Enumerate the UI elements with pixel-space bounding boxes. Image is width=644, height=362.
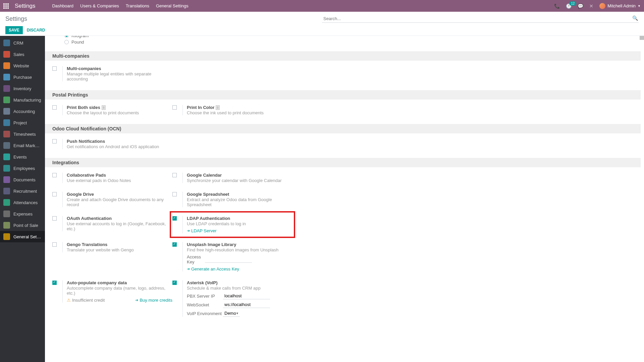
search-input[interactable] [322,15,639,23]
sidebar-item-events[interactable]: Events [0,151,45,163]
asterisk-desc: Schedule & make calls from CRM app [187,286,292,291]
sidebar-item-website[interactable]: Website [0,60,45,71]
save-button[interactable]: SAVE [5,26,23,34]
sidebar-item-label: Accounting [13,109,35,114]
setting-autopopulate: Auto-populate company data Autocomplete … [52,278,172,305]
sidebar-item-documents[interactable]: Documents [0,174,45,185]
menu-dashboard[interactable]: Dashboard [49,3,77,8]
menu-users-companies[interactable]: Users & Companies [77,3,122,8]
gsheet-label: Google Spreadsheet [187,192,292,197]
radio-kilogram-label: Kilogram [71,36,89,38]
settings-sidebar: CRMSalesWebsitePurchaseInventoryManufact… [0,36,45,362]
gdrive-label: Google Drive [67,192,172,197]
clock-icon[interactable]: 🕐12 [566,3,572,9]
sidebar-item-expenses[interactable]: Expenses [0,208,45,220]
sidebar-item-email-marketing[interactable]: Email Marketing [0,140,45,151]
sidebar-item-label: Attendances [13,200,38,205]
ldap-label: LDAP Authentication [187,216,292,221]
sidebar-item-sales[interactable]: Sales [0,49,45,60]
print-both-checkbox[interactable] [52,105,57,110]
sidebar-item-purchase[interactable]: Purchase [0,71,45,83]
sidebar-item-project[interactable]: Project [0,117,45,128]
sidebar-icon [3,199,10,206]
autopop-checkbox[interactable] [52,281,57,285]
setting-google-spreadsheet: Google Spreadsheet Extract and analyze O… [172,189,292,210]
ldap-highlight: LDAP Authentication Use LDAP credentials… [170,211,295,238]
settings-content[interactable]: Kilogram Pound Multi-companies Multi-com… [45,36,644,362]
menu-general-settings[interactable]: General Settings [153,3,192,8]
search-icon[interactable]: 🔍 [632,15,638,21]
radio-kilogram[interactable] [64,36,69,38]
print-both-label: Print Both sides [67,105,100,110]
env-select[interactable] [223,310,240,317]
sidebar-item-accounting[interactable]: Accounting [0,106,45,117]
print-color-label: Print In Color [187,105,214,110]
sidebar-item-label: Manufacturing [13,98,41,103]
sidebar-item-attendances[interactable]: Attendances [0,197,45,208]
unsplash-checkbox[interactable] [172,242,177,247]
sidebar-item-timesheets[interactable]: Timesheets [0,128,45,140]
sidebar-item-crm[interactable]: CRM [0,37,45,49]
buy-credits-link[interactable]: ➔Buy more credits [135,298,172,303]
sidebar-item-label: Website [13,63,29,68]
arrow-right-icon: ➔ [135,298,138,302]
sidebar-item-label: Point of Sale [13,223,38,228]
sidebar-item-point-of-sale[interactable]: Point of Sale [0,220,45,231]
sidebar-item-label: Events [13,155,27,160]
gsheet-checkbox[interactable] [172,192,177,196]
setting-print-color: Print In Color Choose the ink used to pr… [172,102,292,118]
sidebar-item-label: Inventory [13,86,31,91]
sidebar-item-manufacturing[interactable]: Manufacturing [0,94,45,106]
discard-button[interactable]: DISCARD [27,28,45,33]
sidebar-icon [3,165,10,172]
push-checkbox[interactable] [52,139,57,143]
oauth-checkbox[interactable] [52,216,57,221]
pbx-input[interactable] [223,293,270,299]
sidebar-item-label: CRM [13,41,23,46]
ws-input[interactable] [223,301,270,308]
radio-pound[interactable] [64,40,69,44]
arrow-right-icon: ➔ [187,267,190,271]
unsplash-access-input[interactable] [205,256,252,263]
unsplash-generate-link[interactable]: ➔Generate an Access Key [187,266,292,272]
pbx-label: PBX Server IP [187,294,223,299]
print-both-desc: Choose the layout to print documents [67,110,172,115]
close-icon[interactable]: ✕ [589,3,593,9]
sidebar-item-employees[interactable]: Employees [0,163,45,174]
pads-checkbox[interactable] [52,173,57,177]
print-color-checkbox[interactable] [172,105,177,110]
user-menu[interactable]: Mitchell Admin ▼ [599,3,641,9]
gcal-checkbox[interactable] [172,173,177,177]
setting-gengo: Gengo Translations Translate your websit… [52,239,172,255]
apps-icon[interactable] [3,3,9,9]
menu-translations[interactable]: Translations [122,3,153,8]
sidebar-item-recruitment[interactable]: Recruitment [0,185,45,197]
chat-icon[interactable]: 💬 [578,3,583,9]
sidebar-item-inventory[interactable]: Inventory [0,83,45,94]
user-name: Mitchell Admin [607,3,636,8]
gcal-label: Google Calendar [187,173,292,178]
pads-label: Collaborative Pads [67,173,172,178]
push-desc: Get notifications on Android and iOS app… [67,144,172,149]
sidebar-item-label: Sales [13,52,24,57]
setting-ldap: LDAP Authentication Use LDAP credentials… [172,213,292,236]
ldap-checkbox[interactable] [172,216,177,221]
gsheet-desc: Extract and analyze Odoo data from Googl… [187,197,292,207]
setting-asterisk: Asterisk (VoIP) Schedule & make calls fr… [172,278,292,319]
gengo-label: Gengo Translations [67,242,172,247]
gengo-checkbox[interactable] [52,242,57,247]
phone-icon[interactable]: 📞 [554,3,560,9]
ldap-server-link[interactable]: ➔LDAP Server [187,228,292,233]
sidebar-item-general-settings[interactable]: General Settings [0,231,45,242]
env-label: VoIP Environment [187,311,223,316]
unsplash-label: Unsplash Image Library [187,242,292,247]
sidebar-item-label: General Settings [13,234,42,239]
multi-companies-checkbox[interactable] [52,66,57,71]
gengo-desc: Translate your website with Gengo [67,247,172,252]
section-multi-companies: Multi-companies [45,51,641,61]
oauth-label: OAuth Authentication [67,216,172,221]
gdrive-checkbox[interactable] [52,192,57,196]
scrollbar-thumb[interactable] [640,36,644,40]
asterisk-checkbox[interactable] [172,281,177,285]
radio-pound-label: Pound [71,40,84,45]
